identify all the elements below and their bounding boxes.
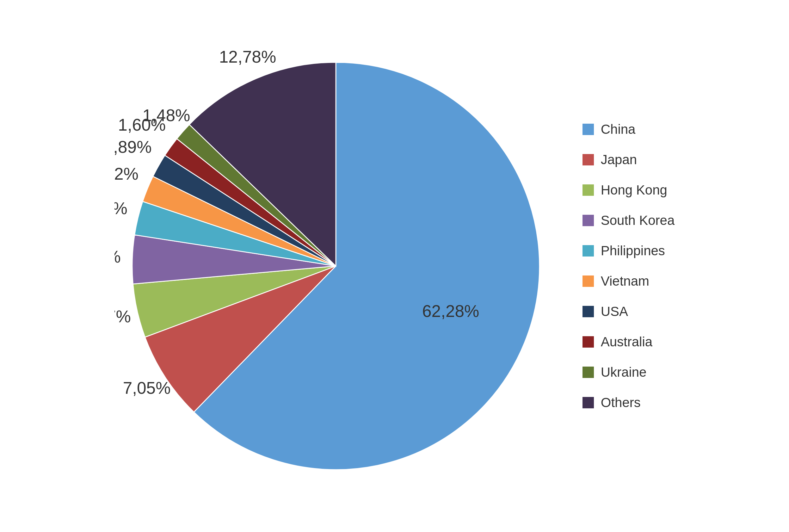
legend-color-vietnam bbox=[582, 276, 594, 287]
legend-color-china bbox=[582, 124, 594, 135]
chart-legend: China Japan Hong Kong South Korea Philip… bbox=[582, 122, 675, 410]
legend-label-australia: Australia bbox=[601, 334, 652, 349]
legend-label-ukraine: Ukraine bbox=[601, 365, 647, 380]
legend-color-japan bbox=[582, 154, 594, 166]
legend-label-china: China bbox=[601, 122, 636, 137]
legend-item-others: Others bbox=[582, 395, 675, 410]
svg-text:2,12%: 2,12% bbox=[114, 165, 138, 183]
legend-item-southkorea: South Korea bbox=[582, 213, 675, 228]
legend-item-hongkong: Hong Kong bbox=[582, 183, 675, 198]
legend-label-hongkong: Hong Kong bbox=[601, 183, 667, 198]
legend-label-japan: Japan bbox=[601, 152, 637, 167]
pie-chart: 62,28%7,05%4,27%3,85%2,69%2,12%1,89%1,60… bbox=[114, 44, 557, 488]
legend-item-philippines: Philippines bbox=[582, 243, 675, 259]
legend-item-china: China bbox=[582, 122, 675, 137]
legend-label-southkorea: South Korea bbox=[601, 213, 675, 228]
legend-label-philippines: Philippines bbox=[601, 243, 665, 259]
legend-color-others bbox=[582, 397, 594, 408]
legend-color-ukraine bbox=[582, 366, 594, 378]
legend-item-usa: USA bbox=[582, 304, 675, 319]
legend-item-vietnam: Vietnam bbox=[582, 273, 675, 289]
svg-text:1,48%: 1,48% bbox=[142, 106, 190, 125]
svg-text:4,27%: 4,27% bbox=[114, 307, 131, 326]
legend-item-ukraine: Ukraine bbox=[582, 365, 675, 380]
svg-text:3,85%: 3,85% bbox=[114, 247, 121, 266]
svg-text:12,78%: 12,78% bbox=[219, 48, 276, 66]
legend-color-hongkong bbox=[582, 184, 594, 196]
legend-item-australia: Australia bbox=[582, 334, 675, 349]
legend-color-australia bbox=[582, 336, 594, 348]
svg-text:2,69%: 2,69% bbox=[114, 199, 128, 217]
legend-color-southkorea bbox=[582, 215, 594, 226]
svg-text:1,89%: 1,89% bbox=[114, 138, 152, 156]
legend-label-usa: USA bbox=[601, 304, 628, 319]
svg-text:7,05%: 7,05% bbox=[123, 379, 170, 397]
svg-text:62,28%: 62,28% bbox=[422, 302, 479, 320]
legend-item-japan: Japan bbox=[582, 152, 675, 167]
legend-color-usa bbox=[582, 306, 594, 317]
legend-color-philippines bbox=[582, 245, 594, 256]
legend-label-others: Others bbox=[601, 395, 641, 410]
chart-container: 62,28%7,05%4,27%3,85%2,69%2,12%1,89%1,60… bbox=[0, 0, 789, 532]
legend-label-vietnam: Vietnam bbox=[601, 273, 649, 289]
